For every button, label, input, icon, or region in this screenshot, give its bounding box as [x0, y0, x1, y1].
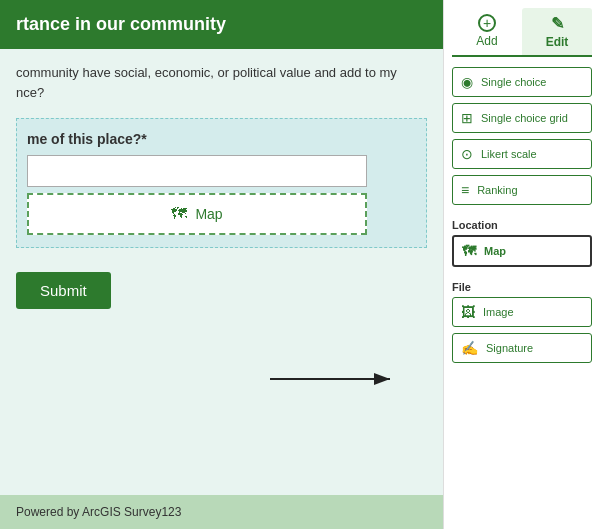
question-block: me of this place?* ✕ ✎ 🗺 Map	[16, 118, 427, 248]
map-icon: 🗺	[171, 205, 187, 223]
panel-tabs: + Add ✎ Edit	[452, 8, 592, 57]
submit-button[interactable]: Submit	[16, 272, 111, 309]
tab-add-label: Add	[476, 34, 497, 48]
map-block-label: Map	[195, 206, 222, 222]
add-icon: +	[478, 14, 496, 32]
location-section-label: Location	[452, 219, 592, 231]
likert-scale-label: Likert scale	[481, 148, 537, 160]
likert-scale-button[interactable]: ⊙ Likert scale	[452, 139, 592, 169]
map-button-label: Map	[484, 245, 506, 257]
single-choice-icon: ◉	[461, 74, 473, 90]
image-button-label: Image	[483, 306, 514, 318]
image-button[interactable]: 🖼 Image	[452, 297, 592, 327]
survey-title: rtance in our community	[16, 14, 226, 34]
signature-button-label: Signature	[486, 342, 533, 354]
question-label: me of this place?*	[27, 131, 416, 147]
file-section-label: File	[452, 281, 592, 293]
image-button-icon: 🖼	[461, 304, 475, 320]
right-panel: + Add ✎ Edit ◉ Single choice ⊞ Single ch…	[443, 0, 600, 529]
single-choice-grid-label: Single choice grid	[481, 112, 568, 124]
map-button-icon: 🗺	[462, 243, 476, 259]
map-button[interactable]: 🗺 Map	[452, 235, 592, 267]
ranking-icon: ≡	[461, 182, 469, 198]
single-choice-button[interactable]: ◉ Single choice	[452, 67, 592, 97]
survey-header: rtance in our community	[0, 0, 443, 49]
survey-description: community have social, economic, or poli…	[16, 63, 427, 102]
likert-scale-icon: ⊙	[461, 146, 473, 162]
tab-edit[interactable]: ✎ Edit	[522, 8, 592, 55]
single-choice-grid-icon: ⊞	[461, 110, 473, 126]
ranking-label: Ranking	[477, 184, 517, 196]
signature-button[interactable]: ✍ Signature	[452, 333, 592, 363]
survey-body: community have social, economic, or poli…	[0, 49, 443, 529]
powered-by-text: Powered by ArcGIS Survey123	[16, 505, 181, 519]
powered-by-bar: Powered by ArcGIS Survey123	[0, 495, 443, 529]
single-choice-label: Single choice	[481, 76, 546, 88]
single-choice-grid-button[interactable]: ⊞ Single choice grid	[452, 103, 592, 133]
signature-button-icon: ✍	[461, 340, 478, 356]
tab-edit-label: Edit	[546, 35, 569, 49]
map-block[interactable]: 🗺 Map	[27, 193, 367, 235]
survey-panel: rtance in our community community have s…	[0, 0, 443, 529]
question-input[interactable]	[27, 155, 367, 187]
tab-add[interactable]: + Add	[452, 8, 522, 55]
ranking-button[interactable]: ≡ Ranking	[452, 175, 592, 205]
edit-icon: ✎	[551, 14, 564, 33]
